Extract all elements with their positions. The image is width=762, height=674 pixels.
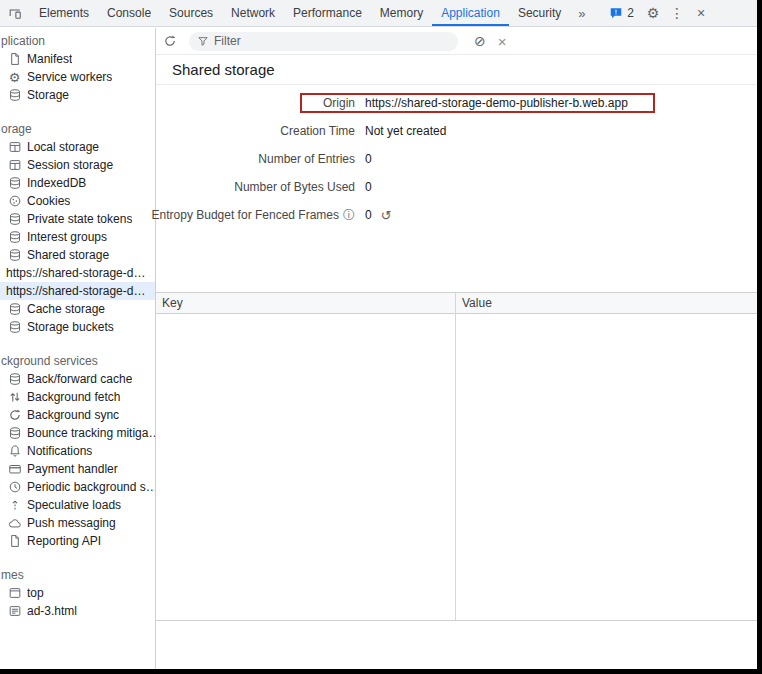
sidebar-item-frame-top[interactable]: top xyxy=(0,584,155,602)
column-resize-handle[interactable] xyxy=(455,293,456,620)
sync-icon xyxy=(7,408,22,423)
column-header-value[interactable]: Value xyxy=(455,296,492,310)
sidebar-item-private-state-tokens[interactable]: Private state tokens xyxy=(0,210,155,228)
sidebar-item-notifications[interactable]: Notifications xyxy=(0,442,155,460)
refresh-icon[interactable] xyxy=(163,34,177,48)
field-label-creation-time: Creation Time xyxy=(156,124,355,138)
shared-storage-items-table: Key Value xyxy=(156,292,757,621)
tab-performance[interactable]: Performance xyxy=(284,0,371,26)
cookie-icon xyxy=(7,194,22,209)
sidebar-section-header-background-services[interactable]: ckground services xyxy=(0,352,155,370)
sidebar-item-shared-storage-origin-a[interactable]: https://shared-storage-d… xyxy=(0,264,155,282)
sidebar-item-label: Storage xyxy=(27,88,69,102)
sidebar-item-storage-buckets[interactable]: Storage buckets xyxy=(0,318,155,336)
sidebar-item-back-forward-cache[interactable]: Back/forward cache xyxy=(0,370,155,388)
sidebar-item-label: Notifications xyxy=(27,444,92,458)
table-icon xyxy=(7,140,22,155)
more-tabs-icon[interactable]: » xyxy=(570,0,593,26)
sidebar-item-label: Speculative loads xyxy=(27,498,121,512)
sidebar-item-background-sync[interactable]: Background sync xyxy=(0,406,155,424)
sidebar-item-manifest[interactable]: Manifest xyxy=(0,50,155,68)
sidebar-item-label: Payment handler xyxy=(27,462,118,476)
sidebar-item-label: Storage buckets xyxy=(27,320,114,334)
tab-console[interactable]: Console xyxy=(98,0,160,26)
up-down-arrows-icon xyxy=(7,390,22,405)
field-value-entropy-budget: 0 ↺ xyxy=(355,208,392,223)
sidebar-item-speculative-loads[interactable]: Speculative loads xyxy=(0,496,155,514)
tab-network[interactable]: Network xyxy=(222,0,284,26)
field-value-number-of-entries: 0 xyxy=(355,152,372,166)
tab-security[interactable]: Security xyxy=(509,0,570,26)
frame-icon xyxy=(7,586,22,601)
sidebar-item-interest-groups[interactable]: Interest groups xyxy=(0,228,155,246)
delete-selected-icon[interactable]: × xyxy=(498,34,507,49)
more-options-icon[interactable]: ⋮ xyxy=(665,0,689,27)
bell-icon xyxy=(7,444,22,459)
column-header-key[interactable]: Key xyxy=(156,296,455,310)
document-icon xyxy=(7,52,22,67)
toggle-device-toolbar-button[interactable] xyxy=(0,0,30,26)
sidebar-item-label: top xyxy=(27,586,44,600)
sidebar-item-label: Private state tokens xyxy=(27,212,132,226)
card-icon xyxy=(7,462,22,477)
window-bottom-edge xyxy=(0,669,762,674)
sidebar-item-label: Cache storage xyxy=(27,302,105,316)
database-icon xyxy=(7,88,22,103)
sidebar-item-frame-ad-3[interactable]: ad-3.html xyxy=(0,602,155,620)
issues-icon xyxy=(609,6,623,20)
clear-all-icon[interactable]: ⊘ xyxy=(474,34,486,48)
field-label-number-of-bytes-used: Number of Bytes Used xyxy=(156,180,355,194)
field-row-entropy-budget: Entropy Budget for Fenced Frames ⓘ 0 ↺ xyxy=(156,201,757,229)
reset-budget-icon[interactable]: ↺ xyxy=(381,208,392,223)
issues-count: 2 xyxy=(627,6,634,20)
sidebar-item-label: Shared storage xyxy=(27,248,109,262)
tab-sources[interactable]: Sources xyxy=(160,0,222,26)
close-devtools-icon[interactable]: × xyxy=(689,0,713,27)
filter-funnel-icon xyxy=(197,35,209,47)
tab-application[interactable]: Application xyxy=(432,0,509,26)
sidebar-section-header-frames[interactable]: mes xyxy=(0,566,155,584)
sidebar-item-label: Local storage xyxy=(27,140,99,154)
sidebar-section-header-application[interactable]: plication xyxy=(0,32,155,50)
info-icon[interactable]: ⓘ xyxy=(343,207,355,224)
sidebar-item-local-storage[interactable]: Local storage xyxy=(0,138,155,156)
sidebar-item-service-workers[interactable]: ⚙ Service workers xyxy=(0,68,155,86)
database-icon xyxy=(7,230,22,245)
application-sidebar: plication Manifest ⚙ Service workers Sto… xyxy=(0,28,156,669)
sidebar-item-label: https://shared-storage-d… xyxy=(6,266,145,280)
shared-storage-panel: ⊘ × Shared storage Origin https://shared… xyxy=(156,28,757,669)
issues-counter-button[interactable]: 2 xyxy=(602,6,641,20)
database-icon xyxy=(7,372,22,387)
sidebar-item-label: Push messaging xyxy=(27,516,116,530)
sidebar-item-shared-storage[interactable]: Shared storage xyxy=(0,246,155,264)
sidebar-item-reporting-api[interactable]: Reporting API xyxy=(0,532,155,550)
sidebar-item-periodic-background-sync[interactable]: Periodic background s… xyxy=(0,478,155,496)
field-label-number-of-entries: Number of Entries xyxy=(156,152,355,166)
field-label-entropy-budget: Entropy Budget for Fenced Frames ⓘ xyxy=(156,207,355,224)
tab-elements[interactable]: Elements xyxy=(30,0,98,26)
filter-box[interactable] xyxy=(189,32,458,51)
tab-memory[interactable]: Memory xyxy=(371,0,432,26)
filter-input[interactable] xyxy=(214,34,450,48)
database-icon xyxy=(7,248,22,263)
ad-frame-icon xyxy=(7,604,22,619)
sidebar-section-header-storage[interactable]: orage xyxy=(0,120,155,138)
sidebar-item-indexeddb[interactable]: IndexedDB xyxy=(0,174,155,192)
sidebar-item-bounce-tracking-mitigations[interactable]: Bounce tracking mitiga… xyxy=(0,424,155,442)
sidebar-item-cookies[interactable]: Cookies xyxy=(0,192,155,210)
sidebar-item-background-fetch[interactable]: Background fetch xyxy=(0,388,155,406)
sidebar-item-shared-storage-origin-b[interactable]: https://shared-storage-d… xyxy=(0,282,155,300)
sidebar-item-label: Bounce tracking mitiga… xyxy=(27,426,155,440)
sidebar-item-label: Background fetch xyxy=(27,390,120,404)
settings-gear-icon[interactable]: ⚙ xyxy=(641,0,665,27)
sidebar-item-session-storage[interactable]: Session storage xyxy=(0,156,155,174)
clock-icon xyxy=(7,480,22,495)
dashed-arrow-icon xyxy=(7,498,22,513)
sidebar-item-storage[interactable]: Storage xyxy=(0,86,155,104)
sidebar-item-payment-handler[interactable]: Payment handler xyxy=(0,460,155,478)
sidebar-item-push-messaging[interactable]: Push messaging xyxy=(0,514,155,532)
window-right-edge xyxy=(757,0,762,674)
sidebar-item-label: Interest groups xyxy=(27,230,107,244)
gear-icon: ⚙ xyxy=(7,70,22,85)
sidebar-item-cache-storage[interactable]: Cache storage xyxy=(0,300,155,318)
